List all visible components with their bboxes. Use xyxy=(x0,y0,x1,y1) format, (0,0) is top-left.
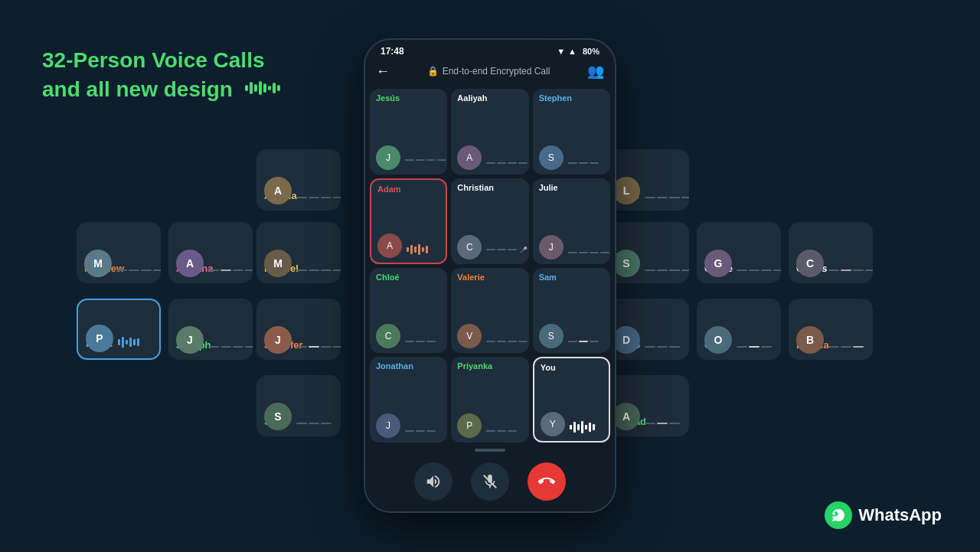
lock-icon: 🔒 xyxy=(427,66,439,77)
bg-avatar-bianca: B xyxy=(796,326,824,354)
bg-avatar-joseph: J xyxy=(176,326,204,354)
whatsapp-text: WhatsApp xyxy=(858,505,942,525)
pmic-stephen xyxy=(568,162,599,164)
pavatar-aaliyah: A xyxy=(457,145,482,170)
bg-card-paola: Paola P xyxy=(77,299,161,360)
bg-card-jennifer: Jennifer J xyxy=(256,299,341,360)
bg-mic-jennifer xyxy=(296,346,341,348)
pavatar-jesus: J xyxy=(376,145,400,170)
pmic-jesus: 🎤 xyxy=(405,157,447,164)
bg-mic-diego xyxy=(645,346,680,348)
phone-controls xyxy=(365,446,615,511)
drag-handle xyxy=(475,449,505,452)
pavatar-chloe: C xyxy=(376,324,400,348)
pmic-valerie xyxy=(486,341,528,342)
phone-card-aaliyah: Aaliyah A xyxy=(451,89,528,175)
bg-avatar-omar: O xyxy=(704,326,732,354)
bg-card-louis: Louis L xyxy=(605,149,689,211)
bg-mic-sara xyxy=(296,423,332,424)
bg-avatar-matthew: M xyxy=(84,250,112,277)
bg-card-adriana: Adriana A xyxy=(168,222,253,283)
bg-mic-bianca xyxy=(828,346,864,348)
bg-avatar-sara: S xyxy=(264,403,292,430)
bg-mic-sofia xyxy=(645,269,689,271)
pavatar-stephen: S xyxy=(539,145,564,170)
bg-mic-adriana xyxy=(208,269,253,271)
bg-avatar-grace: G xyxy=(704,250,732,277)
bg-avatar-ahmad: A xyxy=(612,403,640,430)
svg-rect-6 xyxy=(273,83,276,93)
end-call-button[interactable] xyxy=(528,462,566,501)
participants-grid: Jesús J 🎤 Aaliyah A Stephen S Adam A xyxy=(365,86,615,446)
speaker-button[interactable] xyxy=(414,462,452,501)
bg-mic-carlos xyxy=(828,269,873,271)
bg-mic-matthew xyxy=(116,269,161,271)
battery-percent: 80% xyxy=(583,47,599,56)
pmic-jonathan xyxy=(405,430,436,432)
phone-card-jonathan: Jonathan J xyxy=(370,357,447,443)
svg-rect-2 xyxy=(254,84,257,92)
phone-time: 17:48 xyxy=(381,46,404,57)
bg-card-joseph: Joseph J xyxy=(168,299,253,360)
phone-frame: 17:48 ▼ ▲ 80% ← 🔒 End-to-end Encrypted C… xyxy=(364,38,616,513)
bg-card-manuel: Manuel M xyxy=(256,222,341,283)
bg-mic-ahmad xyxy=(645,423,680,424)
bg-avatar-amelia: A xyxy=(264,177,292,204)
control-buttons xyxy=(405,462,575,501)
bg-card-carlos: Carlos C xyxy=(789,222,873,283)
bg-mic-joseph xyxy=(208,346,253,348)
phone-header: ← 🔒 End-to-end Encrypted Call 👥 xyxy=(365,60,615,86)
pname-jesus: Jesús xyxy=(376,93,441,103)
bg-mic-louis xyxy=(645,197,689,198)
back-icon[interactable]: ← xyxy=(376,64,390,80)
bg-mic-manuel xyxy=(296,269,341,271)
bg-mic-amelia xyxy=(296,197,341,198)
hero-line1: 32-Person Voice Calls xyxy=(42,46,283,75)
phone-status-bar: 17:48 ▼ ▲ 80% xyxy=(365,40,615,60)
pmic-priyanka xyxy=(486,430,517,432)
pname-stephen: Stephen xyxy=(539,93,604,103)
pname-christian: Christian xyxy=(457,183,522,192)
bg-card-amelia: Amelia A xyxy=(256,149,341,211)
hero-line2: and all new design xyxy=(42,75,283,104)
bg-avatar-paola: P xyxy=(86,325,113,352)
bg-card-sara: Sara S xyxy=(256,375,341,436)
bg-avatar-manuel: M xyxy=(264,250,292,277)
bg-card-sofia: Sofia S xyxy=(605,222,689,283)
svg-rect-7 xyxy=(277,85,280,91)
phone-card-christian: Christian C 🎤 xyxy=(451,178,528,264)
whatsapp-logo: WhatsApp xyxy=(825,501,942,529)
hero-text: 32-Person Voice Calls and all new design xyxy=(42,46,283,104)
adam-waveform xyxy=(407,244,428,255)
bg-avatar-louis: L xyxy=(612,177,640,204)
participants-icon[interactable]: 👥 xyxy=(587,63,604,80)
pmic-aaliyah xyxy=(486,162,528,164)
phone-card-chloe: Chloé C xyxy=(370,268,447,354)
pavatar-adam: A xyxy=(377,234,402,258)
svg-rect-4 xyxy=(263,83,266,93)
status-icons: ▼ ▲ 80% xyxy=(557,47,599,56)
encrypted-label: End-to-end Encrypted Call xyxy=(443,66,550,77)
bg-avatar-jennifer: J xyxy=(264,326,292,354)
pavatar-sam: S xyxy=(539,324,564,348)
bg-avatar-diego: D xyxy=(612,326,640,354)
paola-waveform xyxy=(118,337,139,348)
bg-card-diego: Diego D xyxy=(605,299,689,360)
mute-button[interactable] xyxy=(471,462,509,501)
encrypted-label-area: 🔒 End-to-end Encrypted Call xyxy=(427,66,550,77)
you-waveform xyxy=(570,421,595,433)
pname-adam: Adam xyxy=(377,185,439,194)
pmic-christian: 🎤 xyxy=(486,247,528,253)
phone-card-you: You Y xyxy=(533,357,610,443)
wifi-icon: ▲ xyxy=(568,47,577,56)
pname-julie: Julie xyxy=(539,183,604,192)
pavatar-you: Y xyxy=(541,412,565,436)
pavatar-christian: C xyxy=(457,235,482,260)
bg-avatar-adriana: A xyxy=(176,250,204,277)
bg-card-grace: Grace G xyxy=(697,222,781,283)
bg-card-ahmad: Ahmad A xyxy=(605,375,689,436)
phone-card-valerie: Valerie V xyxy=(451,268,528,354)
phone-card-julie: Julie J xyxy=(533,178,610,264)
hero-waveform xyxy=(245,80,283,101)
pmic-chloe xyxy=(405,341,436,342)
